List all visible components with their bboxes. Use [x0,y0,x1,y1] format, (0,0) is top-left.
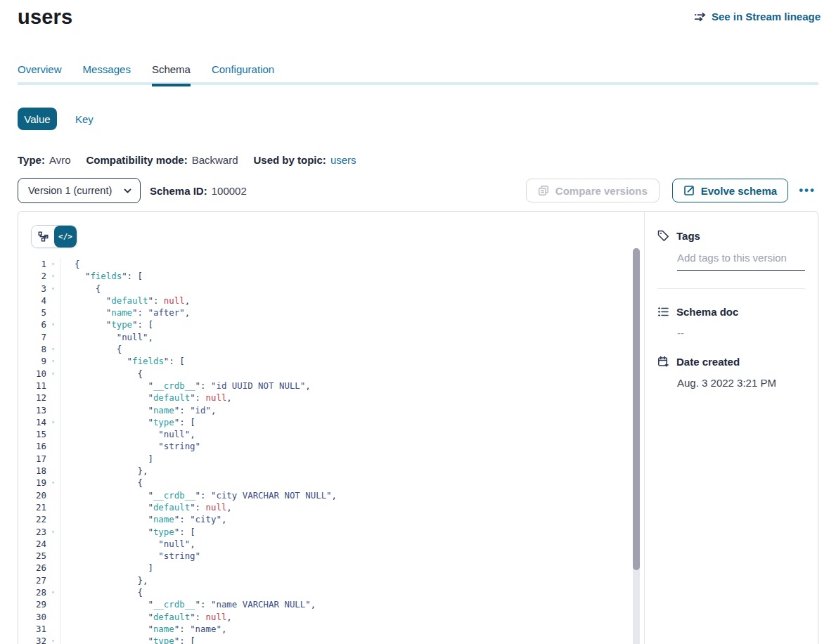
fold-toggle-icon [46,428,60,440]
code-line: 2▾ "fields": [ [18,270,644,282]
fold-toggle-icon[interactable]: ▾ [46,258,60,270]
tab-schema[interactable]: Schema [152,63,191,86]
code-line: 30 "default": null, [18,611,644,623]
line-number: 19 [18,477,46,489]
code-line: 10▾ { [18,368,644,380]
compare-versions-button[interactable]: Compare versions [526,179,660,202]
code-line-text: { [60,586,644,598]
code-line: 29 "__crdb__": "name VARCHAR NULL", [18,598,644,610]
fold-toggle-icon[interactable]: ▾ [46,477,60,489]
line-number: 28 [18,586,46,598]
code-line-text: { [60,368,644,380]
code-line: 28▾ { [18,586,644,598]
code-line: 21 "default": null, [18,501,644,513]
line-number: 11 [18,380,46,392]
editor-scrollbar-thumb[interactable] [633,248,640,570]
code-line-text: "type": [ [60,416,644,428]
value-tab-button[interactable]: Value [18,108,57,130]
code-line-text: "fields": [ [60,270,644,282]
code-line: 3▾ { [18,283,644,295]
code-line: 5 "name": "after", [18,307,644,318]
schema-code[interactable]: 1▾{2▾ "fields": [3▾ {4 "default": null,5… [18,258,644,644]
code-line: 32▾ "type": [ [18,635,644,644]
code-line-text: "null", [60,538,644,550]
code-line: 26 ] [18,562,644,574]
version-select[interactable]: Version 1 (current) [18,178,141,203]
sidebar-divider [657,288,805,289]
schema-editor: </> 1▾{2▾ "fields": [3▾ {4 "default": nu… [18,212,645,644]
stream-lineage-icon [694,12,707,22]
code-line: 4 "default": null, [18,295,644,307]
evolve-schema-icon [683,185,695,196]
line-number: 5 [18,307,46,318]
fold-toggle-icon[interactable]: ▾ [46,283,60,295]
evolve-schema-label: Evolve schema [701,185,777,197]
fold-toggle-icon[interactable]: ▾ [46,270,60,282]
code-line-text: "default": null, [60,295,644,307]
version-bar: Version 1 (current) Schema ID: 100002 Co… [18,178,818,203]
tags-section: Tags [657,230,805,289]
code-line-text: "null", [60,428,644,440]
fold-toggle-icon[interactable]: ▾ [46,586,60,598]
used-by-topic-link[interactable]: users [330,154,356,166]
code-view-button[interactable]: </> [54,226,77,247]
fold-toggle-icon[interactable]: ▾ [46,368,60,380]
line-number: 9 [18,355,46,367]
fold-toggle-icon[interactable]: ▾ [46,318,60,330]
schema-panel: </> 1▾{2▾ "fields": [3▾ {4 "default": nu… [18,211,818,644]
editor-view-toggle: </> [31,225,77,248]
fold-toggle-icon [46,392,60,404]
key-tab-button[interactable]: Key [75,113,94,125]
line-number: 23 [18,526,46,538]
fold-toggle-icon [46,465,60,477]
line-number: 7 [18,331,46,343]
fold-toggle-icon [46,295,60,307]
code-line: 15 "null", [18,428,644,440]
calendar-icon [657,356,669,368]
code-line-text: { [60,283,644,295]
line-number: 12 [18,392,46,404]
schema-doc-icon [657,306,669,318]
fold-toggle-icon[interactable]: ▾ [46,355,60,367]
code-line: 19▾ { [18,477,644,489]
code-line: 11 "__crdb__": "id UUID NOT NULL", [18,380,644,392]
code-line: 6▾ "type": [ [18,318,644,330]
code-line: 18 }, [18,465,644,477]
code-line: 8▾ { [18,343,644,355]
line-number: 24 [18,538,46,550]
code-line: 24 "null", [18,538,644,550]
stream-lineage-label: See in Stream lineage [712,11,821,22]
code-line-text: "name": "name", [60,623,644,635]
add-tags-input[interactable] [677,252,805,271]
editor-scrollbar-track[interactable] [633,248,640,644]
fold-toggle-icon [46,574,60,586]
schema-id-label: Schema ID: [150,185,207,197]
stream-lineage-link[interactable]: See in Stream lineage [694,11,821,22]
code-line-text: "name": "id", [60,404,644,416]
code-line-text: }, [60,574,644,586]
evolve-schema-button[interactable]: Evolve schema [672,179,788,202]
code-line-text: "default": null, [60,501,644,513]
more-options-button[interactable]: ••• [796,187,818,194]
fold-toggle-icon [46,501,60,513]
fold-toggle-icon[interactable]: ▾ [46,343,60,355]
line-number: 14 [18,416,46,428]
fold-toggle-icon[interactable]: ▾ [46,416,60,428]
code-line-text: ] [60,562,644,574]
compatibility-value: Backward [192,154,238,166]
type-value: Avro [49,154,71,166]
code-line-text: { [60,343,644,355]
code-line: 17 ] [18,453,644,465]
code-line: 16 "string" [18,440,644,452]
tree-view-button[interactable] [32,226,54,247]
date-created-title: Date created [676,356,740,368]
fold-toggle-icon[interactable]: ▾ [46,635,60,644]
line-number: 26 [18,562,46,574]
fold-toggle-icon [46,538,60,550]
line-number: 16 [18,440,46,452]
schema-meta-row: Type: Avro Compatibility mode: Backward … [18,154,356,166]
code-line: 7 "null", [18,331,644,343]
fold-toggle-icon[interactable]: ▾ [46,526,60,538]
fold-toggle-icon [46,513,60,525]
code-view-icon: </> [58,232,72,241]
